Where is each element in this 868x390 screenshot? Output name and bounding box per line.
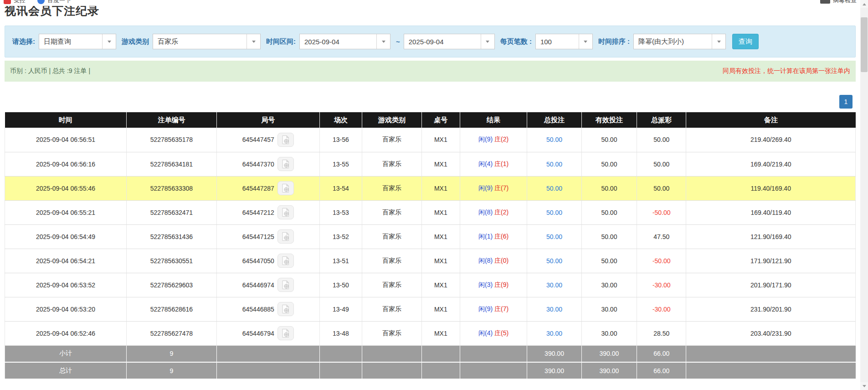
payout-sum: 66.00 — [637, 345, 686, 362]
game-type-label: 游戏类别 — [122, 37, 149, 46]
cell-time: 2025-09-04 06:54:21 — [5, 249, 127, 273]
cell-session: 13-55 — [319, 152, 362, 176]
column-header: 局号 — [216, 112, 319, 128]
scroll-down-icon[interactable] — [860, 382, 868, 390]
date-from-value: 2025-09-04 — [300, 34, 376, 49]
video-replay-button[interactable] — [277, 254, 294, 268]
total-count: 9 — [126, 345, 216, 362]
cell-valid-bet: 50.00 — [581, 249, 637, 273]
result-player: 闲(8) — [478, 208, 493, 216]
total-bet-link[interactable]: 50.00 — [546, 136, 562, 143]
cell-valid-bet: 50.00 — [581, 176, 637, 200]
search-button[interactable]: 查询 — [732, 34, 759, 49]
total-count: 9 — [126, 362, 216, 379]
column-header: 总投注 — [527, 112, 581, 128]
chevron-down-icon[interactable] — [376, 34, 390, 49]
video-replay-button[interactable] — [277, 326, 294, 340]
cell-game-type: 百家乐 — [362, 297, 422, 321]
result-banker: 庄(6) — [494, 233, 508, 240]
round-id-wrap: 645447457 — [220, 133, 317, 147]
cell-bet-id: 522785635178 — [126, 128, 216, 152]
total-bet-link[interactable]: 50.00 — [546, 257, 562, 265]
page-title: 视讯会员下注纪录 — [5, 6, 856, 16]
round-id-wrap: 645447370 — [220, 157, 317, 171]
page-1-button[interactable]: 1 — [839, 95, 853, 109]
total-bet-link[interactable]: 50.00 — [546, 233, 562, 240]
topbar-left: 受控 百度一下 — [4, 0, 71, 3]
date-range-separator: ~ — [396, 38, 400, 46]
chevron-down-icon[interactable] — [247, 34, 260, 49]
round-id-wrap: 645446794 — [220, 326, 317, 340]
query-type-select[interactable]: 日期查询 — [39, 34, 116, 49]
vertical-scrollbar[interactable] — [860, 0, 868, 390]
cell-bet-id: 522785634181 — [126, 152, 216, 176]
video-replay-button[interactable] — [277, 205, 294, 219]
cell-result: 闲(9) 庄(7) — [460, 297, 527, 321]
bookmark-item-right[interactable]: 病毒检查 — [820, 0, 857, 5]
cell-remark: 119.40/169.40 — [686, 176, 856, 200]
scrollbar-thumb[interactable] — [861, 17, 868, 72]
table-row: 2025-09-04 06:54:21522785630551645447050… — [5, 249, 856, 273]
total-bet-sum: 390.00 — [527, 362, 581, 379]
column-header: 时间 — [5, 112, 127, 128]
total-bet-sum: 390.00 — [527, 345, 581, 362]
video-replay-button[interactable] — [277, 229, 294, 244]
cell-table-no: MX1 — [421, 273, 460, 297]
date-from-select[interactable]: 2025-09-04 — [299, 34, 390, 49]
date-range-label: 时间区间: — [266, 37, 296, 46]
cell-round-id: 645447212 — [216, 200, 319, 224]
cell-session: 13-50 — [319, 273, 362, 297]
result-banker: 庄(0) — [494, 257, 508, 264]
column-header: 备注 — [686, 112, 856, 128]
table-row: 2025-09-04 06:56:16522785634181645447370… — [5, 152, 856, 176]
dark-badge-icon — [820, 0, 830, 4]
cell-total-bet: 50.00 — [527, 176, 581, 200]
cell-round-id: 645447370 — [216, 152, 319, 176]
total-bet-link[interactable]: 30.00 — [546, 330, 562, 337]
title-bar: 视讯会员下注纪录 — [0, 6, 860, 16]
video-replay-button[interactable] — [277, 302, 294, 316]
total-bet-link[interactable]: 50.00 — [546, 185, 562, 192]
total-bet-link[interactable]: 30.00 — [546, 306, 562, 313]
column-header: 注单编号 — [126, 112, 216, 128]
cell-total-bet: 50.00 — [527, 249, 581, 273]
round-id-value: 645447287 — [242, 185, 274, 192]
cell-table-no: MX1 — [421, 200, 460, 224]
total-bet-link[interactable]: 30.00 — [546, 281, 562, 289]
cell-valid-bet: 30.00 — [581, 273, 637, 297]
cell-valid-bet: 50.00 — [581, 152, 637, 176]
result-banker: 庄(7) — [494, 305, 508, 312]
chevron-down-icon[interactable] — [481, 34, 494, 49]
bookmark-item-1[interactable]: 受控 — [4, 0, 26, 5]
round-id-value: 645447212 — [242, 209, 274, 216]
page-size-label: 每页笔数 : — [500, 37, 532, 46]
time-sort-select[interactable]: 降幂(由大到小) — [633, 34, 726, 49]
page-size-select[interactable]: 100 — [535, 34, 593, 49]
video-replay-button[interactable] — [277, 157, 294, 171]
summary-bar: 币别 : 人民币 | 总共 :9 注单 | 同局有效投注，统一计算在该局第一张注… — [5, 61, 856, 82]
cell-total-bet: 50.00 — [527, 128, 581, 152]
cell-game-type: 百家乐 — [362, 128, 422, 152]
game-type-select[interactable]: 百家乐 — [153, 34, 261, 49]
blue-badge-icon — [37, 0, 45, 4]
total-bet-link[interactable]: 50.00 — [546, 209, 562, 216]
chevron-down-icon[interactable] — [102, 34, 116, 49]
cell-bet-id: 522785632471 — [126, 200, 216, 224]
bookmark-item-2[interactable]: 百度一下 — [37, 0, 71, 5]
valid-bet-sum: 390.00 — [581, 345, 637, 362]
table-row: 2025-09-04 06:56:51522785635178645447457… — [5, 128, 856, 152]
date-to-select[interactable]: 2025-09-04 — [404, 34, 495, 49]
round-id-value: 645447050 — [242, 257, 274, 265]
video-replay-button[interactable] — [277, 181, 294, 195]
video-replay-button[interactable] — [277, 278, 294, 292]
cell-game-type: 百家乐 — [362, 200, 422, 224]
video-replay-button[interactable] — [277, 133, 294, 147]
cell-session: 13-48 — [319, 321, 362, 345]
total-bet-link[interactable]: 50.00 — [546, 161, 562, 168]
chevron-down-icon[interactable] — [579, 34, 592, 49]
query-type-value: 日期查询 — [39, 34, 102, 49]
cell-session: 13-53 — [319, 200, 362, 224]
chevron-down-icon[interactable] — [712, 34, 725, 49]
result-banker: 庄(2) — [494, 208, 508, 216]
scroll-up-icon[interactable] — [860, 0, 868, 8]
